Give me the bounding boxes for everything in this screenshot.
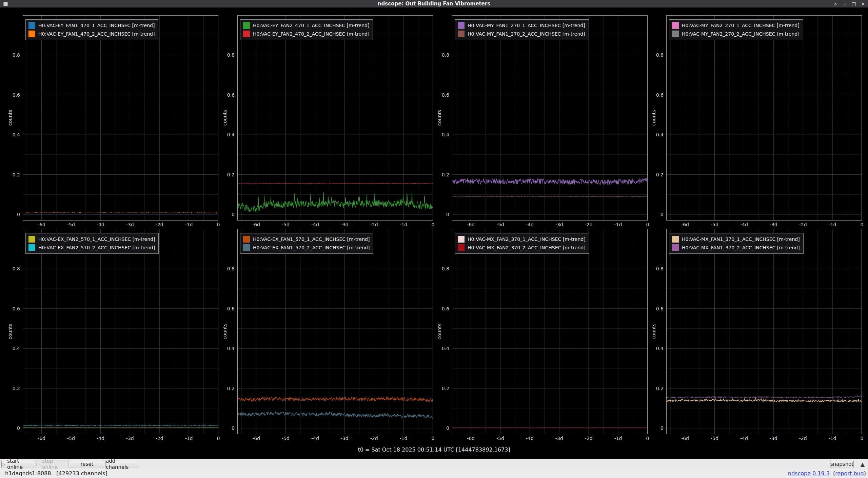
snapshot-button[interactable]: snapshot [830,460,854,468]
x-tick-label: -4d [526,222,534,227]
x-axis-ticks: -6d-5d-4d-3d-2d-1d0 [5,436,222,442]
y-tick-label: 0.4 [220,346,235,351]
reset-button[interactable]: reset [70,460,104,468]
close-icon[interactable]: × [860,0,866,8]
legend-item: H0:VAC-MY_FAN2_270_1_ACC_INCHSEC [m-tren… [672,22,800,29]
y-tick-label: 0.6 [649,92,664,98]
y-tick-label: 0.2 [220,386,235,391]
x-tick-label: -1d [829,222,836,227]
plot-legend: H0:VAC-EX_FAN2_570_1_ACC_INCHSEC [m-tren… [25,233,159,254]
legend-swatch [672,31,679,37]
y-tick-label: 0.8 [649,52,664,58]
legend-swatch [243,236,250,243]
plot-panel: counts 0.80.60.40.20 -6d-5d-4d-3d-2d-1d0… [220,15,436,234]
plot-legend: H0:VAC-MX_FAN2_370_1_ACC_INCHSEC [m-tren… [455,233,589,254]
x-tick-label: -4d [311,436,319,441]
y-tick-label: 0 [220,212,235,217]
plot-panel: counts 0.80.60.40.20 -6d-5d-4d-3d-2d-1d0… [435,15,650,234]
ndscope-link[interactable]: ndscope [788,470,811,477]
legend-swatch [458,236,465,243]
x-tick-label: -3d [555,222,563,227]
legend-label: H0:VAC-EY_FAN2_470_2_ACC_INCHSEC [m-tren… [253,31,369,37]
collapse-triangle-icon[interactable]: ▲ [861,461,865,467]
maximize-icon[interactable]: □ [851,0,857,8]
x-tick-label: 0 [432,436,435,441]
plot-area[interactable] [237,15,433,221]
plot-area[interactable] [23,229,218,434]
x-axis-ticks: -6d-5d-4d-3d-2d-1d0 [649,436,866,442]
shade-icon[interactable]: ∧ [832,0,839,8]
x-tick-label: 0 [861,436,864,441]
plot-panel: counts 0.80.60.40.20 -6d-5d-4d-3d-2d-1d0… [220,229,436,447]
plot-area[interactable] [237,229,433,434]
plot-area[interactable] [666,15,862,221]
legend-item: H0:VAC-MY_FAN1_270_2_ACC_INCHSEC [m-tren… [458,31,585,37]
start-online-button[interactable]: ▷ start online [1,460,34,468]
plot-area[interactable] [666,229,862,434]
legend-label: H0:VAC-MY_FAN1_270_1_ACC_INCHSEC [m-tren… [468,23,585,28]
legend-label: H0:VAC-EX_FAN1_570_2_ACC_INCHSEC [m-tren… [253,245,370,250]
legend-label: H0:VAC-EY_FAN2_470_1_ACC_INCHSEC [m-tren… [253,23,369,28]
legend-swatch [672,22,679,29]
legend-item: H0:VAC-EX_FAN1_570_1_ACC_INCHSEC [m-tren… [243,236,370,243]
add-channels-button[interactable]: add channels [105,460,138,468]
legend-swatch [28,31,35,37]
x-axis-ticks: -6d-5d-4d-3d-2d-1d0 [649,222,866,229]
x-tick-label: 0 [432,222,435,227]
x-tick-label: -2d [585,436,593,441]
legend-label: H0:VAC-EX_FAN2_570_1_ACC_INCHSEC [m-tren… [38,236,155,242]
y-tick-label: 0.2 [220,172,235,178]
minimize-icon[interactable]: – [842,0,848,8]
x-tick-label: -1d [614,222,622,227]
x-tick-label: -3d [341,222,349,227]
plot-area[interactable] [452,15,648,221]
plot-grid: counts 0.80.60.40.20 -6d-5d-4d-3d-2d-1d0… [0,8,868,459]
plot-area[interactable] [452,229,648,434]
y-tick-label: 0 [435,425,449,431]
legend-item: H0:VAC-MX_FAN2_370_1_ACC_INCHSEC [m-tren… [458,236,586,243]
x-tick-label: -2d [799,222,807,227]
y-axis-ticks: 0.80.60.40.20 [649,229,665,434]
legend-label: H0:VAC-MX_FAN2_370_2_ACC_INCHSEC [m-tren… [468,245,586,250]
x-tick-label: -6d [681,222,689,227]
trace [452,427,648,428]
x-tick-label: -6d [38,222,45,227]
y-tick-label: 0.2 [5,172,20,178]
plot-legend: H0:VAC-MY_FAN1_270_1_ACC_INCHSEC [m-tren… [455,19,589,40]
plot-legend: H0:VAC-EY_FAN2_470_1_ACC_INCHSEC [m-tren… [240,19,373,40]
y-tick-label: 0 [220,425,235,431]
legend-swatch [672,244,679,251]
legend-label: H0:VAC-MX_FAN1_370_2_ACC_INCHSEC [m-tren… [682,245,800,250]
x-tick-label: -5d [67,222,75,227]
plot-panel: counts 0.80.60.40.20 -6d-5d-4d-3d-2d-1d0… [5,229,221,447]
x-tick-label: -5d [282,436,290,441]
y-tick-label: 0 [5,425,20,431]
legend-item: H0:VAC-EY_FAN1_470_2_ACC_INCHSEC [m-tren… [28,31,155,37]
legend-label: H0:VAC-MY_FAN1_270_2_ACC_INCHSEC [m-tren… [468,31,585,37]
x-tick-label: -5d [711,436,718,441]
report-bug-link[interactable]: report bug [835,470,864,477]
legend-item: H0:VAC-EX_FAN2_570_2_ACC_INCHSEC [m-tren… [28,244,155,251]
y-tick-label: 0.8 [649,266,664,272]
window-icon [3,2,8,6]
y-tick-label: 0.6 [649,306,664,312]
stop-online-button[interactable]: □ stop online [36,460,68,468]
x-axis-ticks: -6d-5d-4d-3d-2d-1d0 [220,436,437,442]
x-tick-label: -1d [185,222,193,227]
x-tick-label: -3d [770,222,777,227]
plot-legend: H0:VAC-EX_FAN1_570_1_ACC_INCHSEC [m-tren… [240,233,373,254]
x-tick-label: -2d [156,222,163,227]
version-link[interactable]: 0.19.3 [812,470,830,477]
trace [23,214,218,214]
legend-item: H0:VAC-MX_FAN2_370_2_ACC_INCHSEC [m-tren… [458,244,586,251]
x-tick-label: -5d [711,222,718,227]
y-axis-ticks: 0.80.60.40.20 [649,15,665,221]
server-status: h1daqnds1:8088 [5,470,51,477]
x-tick-label: -4d [740,222,748,227]
y-tick-label: 0.4 [649,346,664,351]
y-tick-label: 0.6 [220,92,235,98]
y-tick-label: 0 [649,212,664,217]
plot-legend: H0:VAC-MX_FAN1_370_1_ACC_INCHSEC [m-tren… [669,233,804,254]
plot-area[interactable] [23,15,218,221]
y-tick-label: 0.2 [435,172,449,178]
